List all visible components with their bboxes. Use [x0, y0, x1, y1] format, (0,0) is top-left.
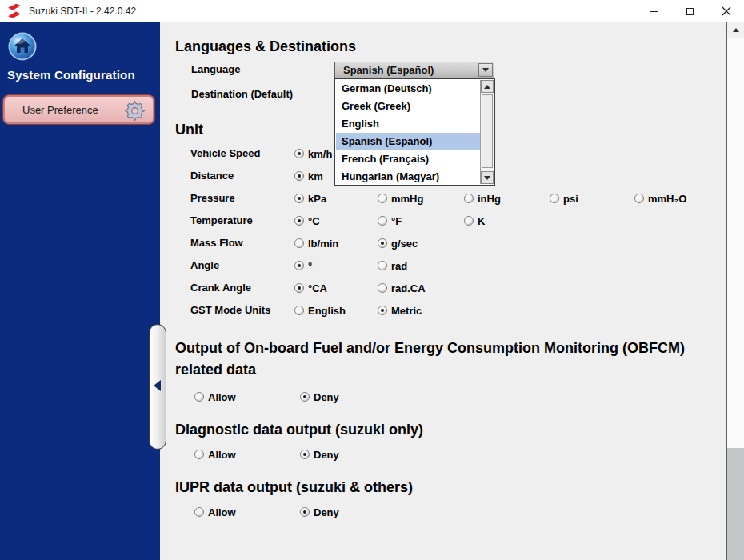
- radio-selected[interactable]: [300, 507, 310, 517]
- window-title: Suzuki SDT-II - 2.42.0.42: [29, 6, 136, 17]
- radio-option[interactable]: Deny: [300, 446, 339, 462]
- radio-option[interactable]: mmH₂O: [634, 190, 686, 206]
- dropdown-option[interactable]: French (Français): [336, 150, 481, 168]
- radio-unselected[interactable]: [194, 450, 204, 459]
- radio-option[interactable]: inHg: [464, 190, 501, 206]
- scrollbar-up-button[interactable]: [727, 22, 744, 38]
- radio-option[interactable]: °CA: [294, 280, 327, 296]
- section-heading: IUPR data output (suzuki & others): [175, 477, 694, 498]
- unit-row-label: Vehicle Speed: [190, 146, 260, 162]
- radio-option[interactable]: English: [294, 302, 346, 318]
- radio-option-label: English: [308, 305, 346, 317]
- radio-option[interactable]: lb/min: [294, 235, 338, 251]
- radio-selected[interactable]: [378, 306, 387, 315]
- radio-unselected[interactable]: [378, 194, 387, 203]
- radio-option[interactable]: kPa: [294, 190, 326, 206]
- radio-selected[interactable]: [378, 238, 387, 248]
- maximize-button[interactable]: [672, 0, 708, 22]
- radio-option[interactable]: mmHg: [378, 190, 423, 206]
- unit-row: Mass Flowlb/ming/sec: [0, 235, 724, 251]
- radio-option-label: psi: [563, 193, 578, 205]
- close-button[interactable]: [708, 0, 744, 22]
- radio-option[interactable]: °F: [378, 213, 402, 229]
- radio-option-label: km: [308, 170, 323, 182]
- radio-option[interactable]: Metric: [378, 302, 422, 318]
- radio-option-label: Allow: [208, 506, 236, 518]
- radio-option-label: Metric: [391, 305, 422, 317]
- chevron-down-icon: [482, 68, 489, 72]
- vertical-scrollbar[interactable]: [726, 22, 744, 560]
- unit-row-label: Distance: [190, 168, 234, 184]
- radio-option-label: °: [308, 260, 312, 272]
- radio-option-label: Allow: [208, 391, 236, 403]
- radio-option[interactable]: km/h: [294, 146, 332, 162]
- scroll-down-icon: [484, 176, 490, 180]
- radio-unselected[interactable]: [378, 261, 387, 270]
- dropdown-scrollbar[interactable]: [480, 80, 494, 184]
- radio-unselected[interactable]: [634, 194, 644, 203]
- unit-row-label: GST Mode Units: [190, 302, 270, 318]
- language-dropdown-list: Hungarian (Magyar)French (Français)Spani…: [334, 78, 495, 186]
- radio-option-label: Deny: [314, 506, 339, 518]
- combobox-dropdown-button[interactable]: [478, 63, 493, 77]
- dropdown-option[interactable]: Hungarian (Magyar): [336, 168, 481, 186]
- radio-selected[interactable]: [300, 392, 310, 402]
- radio-option[interactable]: °: [294, 258, 312, 274]
- radio-option-label: °CA: [308, 282, 327, 294]
- collapse-left-arrow-icon: [154, 380, 161, 391]
- unit-row: Crank Angle°CArad.CA: [0, 280, 724, 296]
- radio-unselected[interactable]: [550, 194, 559, 203]
- radio-option[interactable]: Allow: [194, 389, 236, 405]
- suzuki-logo-icon: [6, 3, 22, 19]
- sidebar-item-user-preference[interactable]: User Preference: [3, 95, 154, 124]
- radio-unselected[interactable]: [194, 392, 204, 402]
- radio-option[interactable]: K: [464, 213, 485, 229]
- radio-selected[interactable]: [294, 171, 304, 181]
- minimize-button[interactable]: [636, 0, 672, 22]
- scrollbar-track[interactable]: [727, 448, 744, 560]
- radio-option-label: g/sec: [391, 238, 418, 250]
- gear-icon: [124, 100, 146, 122]
- dropdown-option[interactable]: English: [336, 115, 481, 133]
- radio-option[interactable]: Allow: [194, 504, 236, 520]
- radio-selected[interactable]: [294, 261, 304, 270]
- radio-selected[interactable]: [294, 216, 304, 226]
- languages-heading: Languages & Destinations: [175, 36, 356, 58]
- radio-option[interactable]: g/sec: [378, 235, 418, 251]
- dropdown-scroll-up-button[interactable]: [481, 80, 494, 93]
- unit-heading: Unit: [175, 119, 203, 141]
- radio-option-label: Deny: [314, 449, 339, 461]
- dropdown-option[interactable]: German (Deutsch): [336, 80, 481, 98]
- radio-unselected[interactable]: [294, 238, 304, 248]
- radio-option[interactable]: Deny: [300, 389, 339, 405]
- radio-selected[interactable]: [300, 450, 310, 459]
- radio-unselected[interactable]: [194, 507, 204, 517]
- radio-option[interactable]: Deny: [300, 504, 339, 520]
- dropdown-scroll-down-button[interactable]: [481, 171, 494, 184]
- unit-row-label: Temperature: [190, 213, 253, 229]
- dropdown-scrollbar-thumb[interactable]: [482, 94, 493, 168]
- language-combobox[interactable]: Spanish (Español): [334, 62, 494, 78]
- radio-selected[interactable]: [294, 283, 304, 293]
- radio-selected[interactable]: [294, 149, 304, 158]
- radio-unselected[interactable]: [378, 216, 387, 226]
- radio-option-label: Allow: [208, 449, 236, 461]
- radio-unselected[interactable]: [294, 306, 304, 315]
- radio-unselected[interactable]: [464, 194, 474, 203]
- radio-option[interactable]: rad: [378, 258, 407, 274]
- home-button[interactable]: [8, 32, 37, 61]
- radio-option[interactable]: °C: [294, 213, 320, 229]
- dropdown-option[interactable]: Greek (Greek): [336, 98, 481, 115]
- radio-unselected[interactable]: [378, 283, 387, 293]
- radio-option-label: lb/min: [308, 238, 338, 250]
- radio-option[interactable]: rad.CA: [378, 280, 426, 296]
- radio-option[interactable]: km: [294, 168, 323, 184]
- radio-option[interactable]: psi: [550, 190, 578, 206]
- radio-option[interactable]: Allow: [194, 446, 236, 462]
- radio-selected[interactable]: [294, 194, 304, 203]
- maximize-icon: [686, 8, 694, 15]
- sidebar-collapse-handle[interactable]: [149, 324, 166, 450]
- radio-unselected[interactable]: [464, 216, 474, 226]
- scrollbar-thumb[interactable]: [727, 38, 744, 448]
- dropdown-option[interactable]: Spanish (Español): [336, 133, 481, 150]
